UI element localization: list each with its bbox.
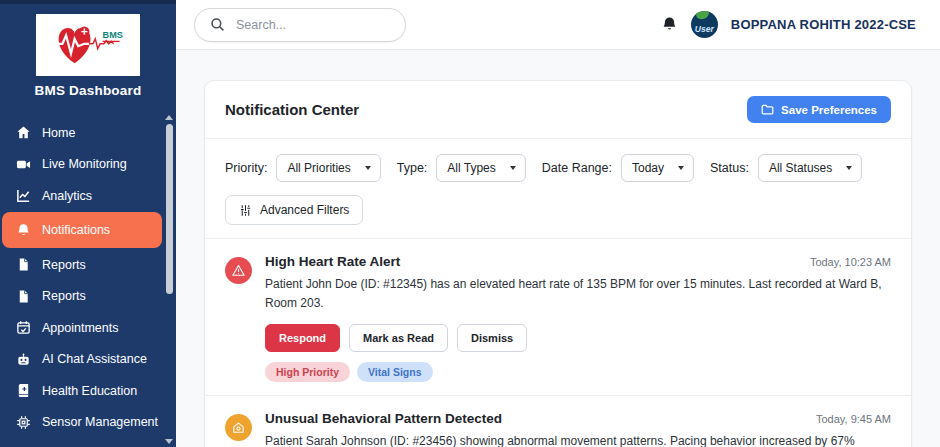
tag-high-priority: High Priority	[265, 362, 350, 382]
advanced-filters-button[interactable]: Advanced Filters	[225, 195, 363, 225]
svg-text:BMS: BMS	[103, 30, 123, 40]
notification-actions: RespondMark as ReadDismiss	[265, 324, 891, 352]
sidebar-scroll-down-arrow[interactable]	[165, 439, 173, 444]
sliders-icon	[239, 204, 252, 217]
notification-tags: High PriorityVital Signs	[265, 362, 891, 382]
bell-icon	[15, 222, 31, 238]
chip-icon	[15, 414, 31, 430]
filter-row: Priority: All Priorities Type: All Types	[225, 154, 891, 182]
sidebar-item-reports[interactable]: Reports	[2, 281, 162, 311]
action-button-dismiss[interactable]: Dismiss	[457, 324, 527, 352]
filter-label: Priority:	[225, 161, 267, 175]
sidebar-item-notifications[interactable]: Notifications	[2, 212, 162, 248]
chevron-down-icon	[510, 166, 516, 170]
notification-item-high-heart-rate-alert: High Heart Rate Alert Today, 10:23 AM Pa…	[205, 239, 911, 396]
notification-description: Patient Sarah Johnson (ID: #23456) showi…	[265, 432, 891, 447]
notification-timestamp: Today, 10:23 AM	[810, 256, 891, 268]
action-button-mark-as-read[interactable]: Mark as Read	[349, 324, 448, 352]
home-activity-icon	[225, 414, 252, 441]
sidebar-item-appointments[interactable]: Appointments	[2, 313, 162, 343]
file-icon	[15, 288, 31, 304]
sidebar-title: BMS Dashboard	[0, 83, 176, 98]
search-input[interactable]	[236, 18, 397, 32]
chevron-down-icon	[365, 166, 371, 170]
filters-section: Priority: All Priorities Type: All Types	[205, 139, 911, 239]
folder-icon	[761, 103, 774, 116]
notification-item-unusual-behavioral-pattern-detected: Unusual Behavioral Pattern Detected Toda…	[205, 396, 911, 447]
chevron-down-icon	[678, 166, 684, 170]
main-area: User BOPPANA ROHITH 2022-CSE Notificatio…	[176, 0, 940, 447]
filter-label: Date Range:	[542, 161, 612, 175]
chevron-down-icon	[846, 166, 852, 170]
file-icon	[15, 257, 31, 273]
filter-select[interactable]: Today	[621, 154, 694, 182]
heart-ecg-logo-icon: BMS	[42, 17, 134, 73]
search-icon	[210, 17, 225, 32]
sidebar-item-analytics[interactable]: Analytics	[2, 181, 162, 211]
filter-group-priority: Priority: All Priorities	[225, 154, 381, 182]
notification-title: Unusual Behavioral Pattern Detected	[265, 411, 502, 426]
notification-list: High Heart Rate Alert Today, 10:23 AM Pa…	[205, 239, 911, 447]
user-name: BOPPANA ROHITH 2022-CSE	[731, 17, 916, 32]
sidebar: BMS BMS Dashboard Home Live Monitoring A…	[0, 0, 176, 447]
sidebar-item-user-management[interactable]: User Management	[2, 439, 162, 447]
sidebar-item-reports[interactable]: Reports	[2, 250, 162, 280]
video-camera-icon	[15, 156, 31, 172]
filter-group-date-range: Date Range: Today	[542, 154, 694, 182]
filter-select[interactable]: All Statuses	[758, 154, 862, 182]
page-title: Notification Center	[225, 101, 359, 118]
notification-timestamp: Today, 9:45 AM	[816, 413, 891, 425]
sidebar-item-home[interactable]: Home	[2, 118, 162, 148]
home-icon	[15, 125, 31, 141]
save-preferences-button[interactable]: Save Preferences	[747, 96, 891, 123]
search-box[interactable]	[194, 8, 406, 42]
book-plus-icon	[15, 383, 31, 399]
user-avatar[interactable]: User	[691, 11, 718, 38]
calendar-check-icon	[15, 320, 31, 336]
sidebar-item-live-monitoring[interactable]: Live Monitoring	[2, 149, 162, 179]
sidebar-item-sensor-management[interactable]: Sensor Management	[2, 407, 162, 437]
bms-logo: BMS	[36, 14, 140, 76]
warning-triangle-icon	[225, 257, 252, 284]
notification-description: Patient John Doe (ID: #12345) has an ele…	[265, 275, 891, 313]
filter-label: Status:	[710, 161, 749, 175]
sidebar-scrollbar-thumb[interactable]	[166, 124, 173, 294]
sidebar-item-health-education[interactable]: Health Education	[2, 376, 162, 406]
action-button-respond[interactable]: Respond	[265, 324, 340, 352]
sidebar-item-ai-chat-assistance[interactable]: AI Chat Assistance	[2, 344, 162, 374]
topbar-right: User BOPPANA ROHITH 2022-CSE	[661, 11, 916, 38]
notification-bell-icon[interactable]	[661, 16, 678, 33]
filter-select[interactable]: All Types	[436, 154, 525, 182]
filter-group-status: Status: All Statuses	[710, 154, 862, 182]
sidebar-scroll-up-arrow[interactable]	[165, 115, 173, 120]
card-header: Notification Center Save Preferences	[205, 81, 911, 139]
tag-vital-signs: Vital Signs	[357, 362, 433, 382]
avatar-leaf-shape	[695, 11, 710, 21]
chart-line-icon	[15, 188, 31, 204]
topbar: User BOPPANA ROHITH 2022-CSE	[176, 0, 940, 50]
content-area: Notification Center Save Preferences Pri…	[176, 50, 940, 447]
notification-title: High Heart Rate Alert	[265, 254, 400, 269]
avatar-label: User	[691, 24, 718, 34]
notification-center-card: Notification Center Save Preferences Pri…	[204, 80, 912, 447]
filter-select[interactable]: All Priorities	[276, 154, 380, 182]
filter-group-type: Type: All Types	[397, 154, 526, 182]
sidebar-nav: Home Live Monitoring Analytics Notificat…	[0, 114, 176, 447]
filter-label: Type:	[397, 161, 428, 175]
robot-icon	[15, 351, 31, 367]
